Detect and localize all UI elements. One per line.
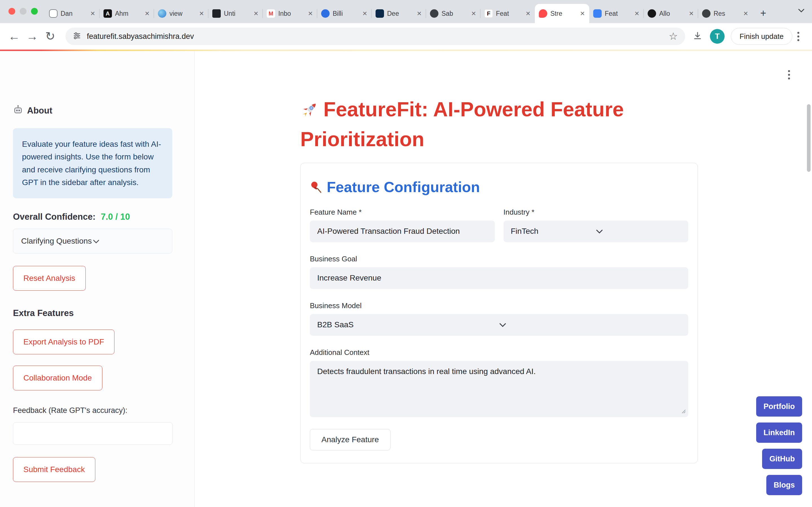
resize-handle-icon[interactable]	[681, 409, 686, 415]
tab-label: view	[169, 10, 196, 17]
tab-close-icon[interactable]: ×	[362, 10, 368, 17]
portfolio-link[interactable]: Portfolio	[756, 396, 802, 416]
download-icon[interactable]	[693, 31, 703, 42]
tab-label: Stre	[550, 10, 576, 17]
feedback-label: Feedback (Rate GPT's accuracy):	[13, 406, 172, 415]
browser-tab[interactable]: Feat ×	[589, 4, 644, 23]
industry-field-group: Industry * FinTech	[504, 195, 689, 242]
tab-close-icon[interactable]: ×	[416, 10, 422, 17]
expander-label: Clarifying Questions	[21, 237, 93, 245]
feature-configuration-card: Feature Configuration Feature Name * Ind…	[300, 163, 698, 463]
submit-feedback-button[interactable]: Submit Feedback	[13, 457, 95, 482]
letter-f-favicon-icon: F	[485, 9, 493, 18]
tab-close-icon[interactable]: ×	[580, 10, 585, 17]
url-text: featurefit.sabyasachimishra.dev	[87, 32, 669, 41]
browser-toolbar: ← → ↻ featurefit.sabyasachimishra.dev ☆ …	[0, 23, 812, 50]
browser-tab[interactable]: A Ahm ×	[100, 4, 154, 23]
address-bar[interactable]: featurefit.sabyasachimishra.dev ☆	[65, 27, 685, 45]
back-button[interactable]: ←	[5, 31, 23, 42]
scrollbar-thumb[interactable]	[807, 104, 811, 172]
tab-close-icon[interactable]: ×	[90, 10, 96, 17]
minimize-window-button[interactable]	[20, 8, 27, 15]
rocket-icon	[300, 100, 319, 119]
business-model-select[interactable]: B2B SaaS	[310, 314, 688, 336]
dark-favicon-icon	[212, 9, 221, 18]
about-heading: About	[13, 105, 172, 117]
app-menu-icon[interactable]	[786, 68, 792, 82]
browser-tab[interactable]: F Feat ×	[480, 4, 535, 23]
browser-tab[interactable]: Allo ×	[644, 4, 698, 23]
extra-features-heading: Extra Features	[13, 308, 172, 318]
browser-tab-active[interactable]: Stre ×	[535, 4, 589, 23]
feature-name-label: Feature Name *	[310, 208, 495, 217]
tab-close-icon[interactable]: ×	[743, 10, 749, 17]
blue-favicon-icon	[321, 9, 329, 18]
browser-tab[interactable]: Unti ×	[208, 4, 263, 23]
additional-context-textarea[interactable]: Detects fraudulent transactions in real …	[310, 361, 688, 417]
zoom-window-button[interactable]	[31, 8, 38, 15]
linkedin-link[interactable]: LinkedIn	[756, 422, 802, 443]
tab-close-icon[interactable]: ×	[525, 10, 531, 17]
tabs-container: Dan × A Ahm × view × Unti × M Inbo ×	[45, 0, 771, 23]
main-content: FeatureFit: AI-Powered Feature Prioritiz…	[195, 51, 812, 507]
forward-button[interactable]: →	[23, 31, 41, 42]
confidence-label: Overall Confidence:	[13, 212, 96, 222]
tab-label: Sab	[442, 10, 468, 17]
card-title-text: Feature Configuration	[327, 179, 480, 195]
tab-label: Dee	[387, 10, 413, 17]
export-pdf-button[interactable]: Export Analysis to PDF	[13, 330, 114, 354]
feature-name-input[interactable]	[310, 221, 495, 242]
gmail-favicon-icon: M	[267, 9, 275, 18]
tab-search-chevron-icon[interactable]	[798, 8, 805, 14]
traffic-lights	[8, 8, 38, 15]
additional-context-label: Additional Context	[310, 348, 688, 357]
clarifying-questions-expander[interactable]: Clarifying Questions	[13, 229, 172, 253]
confidence-row: Overall Confidence: 7.0 / 10	[13, 212, 172, 222]
page-title: FeatureFit: AI-Powered Feature Prioritiz…	[300, 95, 684, 154]
browser-tab[interactable]: view ×	[154, 4, 208, 23]
browser-tab[interactable]: M Inbo ×	[263, 4, 317, 23]
tab-label: Allo	[659, 10, 686, 17]
tab-label: Ahm	[115, 10, 141, 17]
browser-tab[interactable]: Dan ×	[45, 4, 100, 23]
close-window-button[interactable]	[8, 8, 15, 15]
business-goal-input[interactable]	[310, 267, 688, 289]
globe-dark-favicon-icon	[430, 9, 439, 18]
info-box: Evaluate your feature ideas fast with AI…	[13, 128, 172, 198]
feedback-input[interactable]	[13, 422, 172, 445]
browser-tab[interactable]: Billi ×	[317, 4, 371, 23]
tab-close-icon[interactable]: ×	[144, 10, 150, 17]
pushpin-icon	[310, 181, 322, 193]
globe-favicon-icon	[158, 9, 166, 18]
bookmark-star-icon[interactable]: ☆	[669, 31, 678, 41]
tab-close-icon[interactable]: ×	[689, 10, 694, 17]
github-link[interactable]: GitHub	[762, 449, 802, 469]
browser-tab[interactable]: Dee ×	[371, 4, 426, 23]
reset-analysis-button[interactable]: Reset Analysis	[13, 266, 86, 291]
blogs-link[interactable]: Blogs	[766, 475, 802, 495]
additional-context-group: Detects fraudulent transactions in real …	[310, 361, 688, 418]
site-settings-icon[interactable]	[73, 32, 81, 41]
browser-tab[interactable]: Sab ×	[426, 4, 480, 23]
reload-button[interactable]: ↻	[41, 31, 59, 42]
tab-label: Dan	[61, 10, 87, 17]
tab-close-icon[interactable]: ×	[471, 10, 476, 17]
tab-close-icon[interactable]: ×	[253, 10, 259, 17]
browser-menu-icon[interactable]	[795, 30, 802, 43]
browser-tab[interactable]: Res ×	[698, 4, 753, 23]
profile-avatar[interactable]: T	[710, 29, 725, 44]
chevron-down-icon	[93, 237, 164, 245]
new-tab-button[interactable]: +	[755, 5, 771, 21]
content-column: FeatureFit: AI-Powered Feature Prioritiz…	[300, 95, 698, 507]
industry-value: FinTech	[511, 227, 596, 236]
finish-update-button[interactable]: Finish update	[731, 28, 792, 45]
tab-close-icon[interactable]: ×	[634, 10, 640, 17]
tab-close-icon[interactable]: ×	[308, 10, 313, 17]
chevron-down-icon	[596, 227, 681, 236]
browser-window: Dan × A Ahm × view × Unti × M Inbo ×	[0, 0, 812, 507]
industry-select[interactable]: FinTech	[504, 221, 689, 242]
tab-label: Inbo	[278, 10, 305, 17]
tab-close-icon[interactable]: ×	[199, 10, 204, 17]
collaboration-mode-button[interactable]: Collaboration Mode	[13, 365, 102, 390]
analyze-feature-button[interactable]: Analyze Feature	[310, 429, 391, 450]
